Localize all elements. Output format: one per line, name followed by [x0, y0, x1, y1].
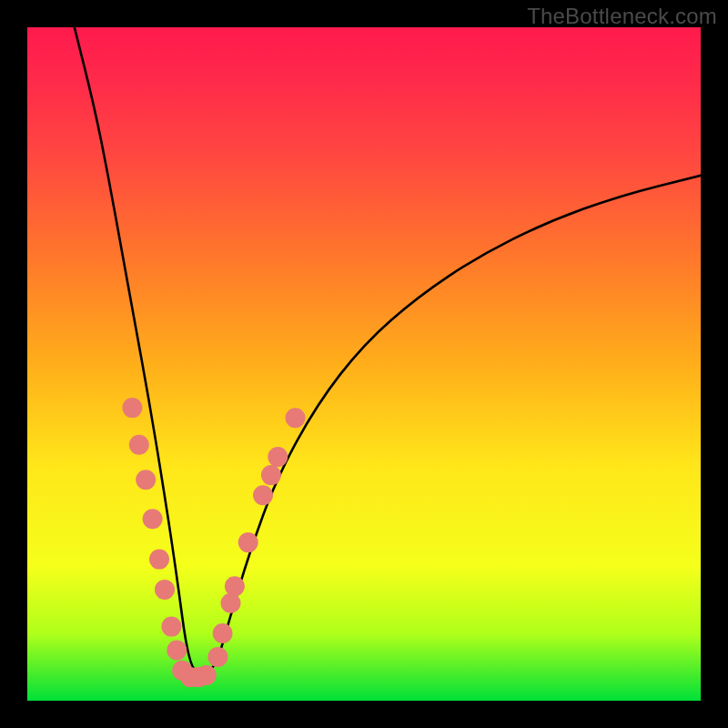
watermark-text: TheBottleneck.com: [527, 4, 717, 29]
highlight-dot: [253, 485, 273, 505]
highlight-dot: [261, 465, 281, 485]
highlight-dot: [268, 447, 288, 467]
bottleneck-curve: [75, 27, 701, 672]
highlight-dot: [225, 576, 245, 596]
highlight-dot: [238, 532, 258, 552]
highlight-dot: [155, 580, 175, 600]
highlight-dot: [129, 435, 149, 455]
plot-area: [27, 27, 701, 701]
curve-layer: [27, 27, 701, 701]
chart-frame: TheBottleneck.com: [0, 0, 728, 728]
highlight-dot: [213, 623, 233, 643]
highlight-dot: [207, 647, 228, 667]
highlight-dot: [161, 617, 181, 637]
highlight-dot: [286, 408, 306, 428]
highlight-dots: [122, 398, 305, 687]
highlight-dot: [136, 470, 156, 490]
highlight-dot: [167, 641, 187, 661]
highlight-dot: [197, 665, 217, 685]
highlight-dot: [143, 509, 163, 529]
highlight-dot: [180, 667, 200, 687]
highlight-dot: [149, 550, 169, 570]
highlight-dot: [172, 661, 192, 681]
highlight-dot: [188, 667, 208, 687]
highlight-dot: [122, 398, 142, 418]
highlight-dot: [221, 593, 241, 613]
